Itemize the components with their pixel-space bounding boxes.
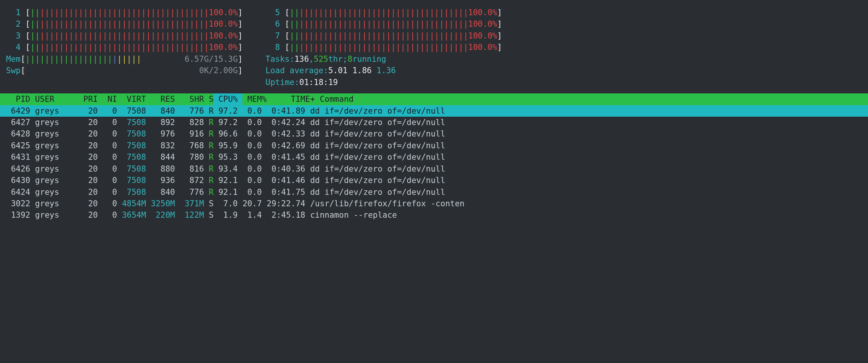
cell-res: 832 [146, 140, 175, 151]
col-time[interactable]: TIME+ [271, 93, 315, 105]
cell-user: greys [30, 128, 78, 140]
cpu-meter-6: 6[|||||||||||||||||||||||||||||||||||||1… [266, 18, 502, 30]
cell-cmd: dd if=/dev/zero of=/dev/null [305, 175, 862, 186]
cell-user: greys [30, 151, 78, 163]
cell-virt: 7508 [117, 105, 146, 117]
process-row[interactable]: 6429greys2007508840776R97.20.00:41.89dd … [0, 105, 868, 117]
col-cmd[interactable]: Command [315, 93, 862, 105]
cpu-bar-green: || [30, 7, 40, 18]
bracket-open-icon: [ [26, 7, 31, 18]
cpu-bar-red: ||||||||||||||||||||||||||||||||||| [299, 7, 468, 18]
cell-cmd: dd if=/dev/zero of=/dev/null [305, 186, 862, 198]
cell-mem: 0.0 [238, 151, 262, 163]
process-row[interactable]: 6428greys2007508976916R96.60.00:42.33dd … [0, 128, 868, 140]
cpu-bar-green: || [30, 18, 40, 30]
cell-mem: 1.4 [238, 209, 262, 221]
cpu-label: 6 [266, 18, 285, 30]
bracket-open-icon: [ [21, 65, 26, 76]
cell-user: greys [30, 209, 78, 221]
process-row[interactable]: 6425greys2007508832768R95.90.00:42.69dd … [0, 140, 868, 151]
cell-res: 844 [146, 151, 175, 163]
col-user[interactable]: USER [30, 93, 78, 105]
cell-shr: 872 [175, 175, 204, 186]
uptime-label: Uptime: [266, 77, 300, 88]
process-row[interactable]: 3022greys2004854M3250M371MS7.020.729:22.… [0, 198, 868, 209]
cell-virt: 7508 [117, 151, 146, 163]
cell-pri: 20 [79, 163, 98, 175]
tasks-count: 136 [294, 53, 309, 65]
cell-shr: 916 [175, 128, 204, 140]
cell-state: R [204, 105, 213, 117]
cell-user: greys [30, 117, 78, 128]
process-row[interactable]: 1392greys2003654M220M122MS1.91.42:45.18c… [0, 209, 868, 221]
cell-cmd: dd if=/dev/zero of=/dev/null [305, 117, 862, 128]
col-shr[interactable]: SHR [175, 93, 204, 105]
bracket-close-icon: ] [238, 42, 243, 53]
swp-text: 0K/2.00G [26, 65, 238, 76]
mem-bar-blue: | [112, 53, 117, 65]
col-cpu[interactable]: CPU% [214, 93, 243, 105]
cell-ni: 0 [98, 151, 117, 163]
col-pri[interactable]: PRI [79, 93, 98, 105]
cell-state: R [204, 151, 213, 163]
load-2: 1.86 [352, 65, 372, 76]
cell-res: 892 [146, 117, 175, 128]
cpu-bar-red: ||||||||||||||||||||||||||||||||||| [40, 30, 209, 42]
tasks-sep: , [309, 53, 314, 65]
meters-left-column: 1[|||||||||||||||||||||||||||||||||||||1… [6, 7, 243, 88]
cpu-bar-green: || [290, 42, 299, 53]
col-mem[interactable]: MEM% [242, 93, 271, 105]
cell-ni: 0 [98, 128, 117, 140]
cpu-label: 7 [266, 30, 285, 42]
cell-user: greys [30, 105, 78, 117]
cell-cpu: 7.0 [214, 198, 238, 209]
process-row[interactable]: 6426greys2007508880816R93.40.00:40.36dd … [0, 163, 868, 175]
cell-pri: 20 [79, 209, 98, 221]
bracket-open-icon: [ [285, 30, 290, 42]
cell-time: 29:22.74 [262, 198, 305, 209]
load-line: Load average: 5.01 1.86 1.36 [266, 65, 502, 76]
cell-user: greys [30, 198, 78, 209]
col-pid[interactable]: PID [6, 93, 30, 105]
col-virt[interactable]: VIRT [117, 93, 146, 105]
uptime-value: 01:18:19 [299, 77, 338, 88]
cpu-meter-1: 1[|||||||||||||||||||||||||||||||||||||1… [6, 7, 243, 18]
swp-label: Swp [6, 65, 21, 76]
cell-pid: 1392 [6, 209, 30, 221]
meters-area: 1[|||||||||||||||||||||||||||||||||||||1… [6, 7, 862, 88]
cell-shr: 780 [175, 151, 204, 163]
cpu-label: 5 [266, 7, 285, 18]
cell-pri: 20 [79, 151, 98, 163]
cell-pid: 6427 [6, 117, 30, 128]
cell-state: R [204, 128, 213, 140]
cpu-percent: 100.0% [209, 18, 238, 30]
cpu-percent: 100.0% [468, 42, 497, 53]
col-res[interactable]: RES [146, 93, 175, 105]
process-row[interactable]: 6430greys2007508936872R92.10.00:41.46dd … [0, 175, 868, 186]
cell-cmd: dd if=/dev/zero of=/dev/null [305, 163, 862, 175]
cpu-label: 3 [6, 30, 26, 42]
process-table-body[interactable]: 6429greys2007508840776R97.20.00:41.89dd … [0, 105, 868, 221]
load-1: 5.01 [328, 65, 348, 76]
cell-res: 840 [146, 186, 175, 198]
cell-time: 0:42.24 [262, 117, 305, 128]
cpu-bar-red: ||||||||||||||||||||||||||||||||||| [40, 7, 209, 18]
process-row[interactable]: 6424greys2007508840776R92.10.00:41.75dd … [0, 186, 868, 198]
cell-ni: 0 [98, 140, 117, 151]
bracket-close-icon: ] [238, 7, 243, 18]
cell-state: R [204, 117, 213, 128]
cell-state: R [204, 140, 213, 151]
process-row[interactable]: 6427greys2007508892828R97.20.00:42.24dd … [0, 117, 868, 128]
col-ni[interactable]: NI [98, 93, 117, 105]
process-row[interactable]: 6431greys2007508844780R95.30.00:41.45dd … [0, 151, 868, 163]
swp-meter: Swp [ 0K/2.00G ] [6, 65, 243, 76]
col-s[interactable]: S [204, 93, 213, 105]
cell-ni: 0 [98, 198, 117, 209]
cpu-bar-red: ||||||||||||||||||||||||||||||||||| [299, 30, 468, 42]
cell-mem: 0.0 [238, 105, 262, 117]
cell-ni: 0 [98, 117, 117, 128]
cell-pid: 6428 [6, 128, 30, 140]
cell-virt: 7508 [117, 186, 146, 198]
cpu-percent: 100.0% [468, 18, 497, 30]
process-table-header[interactable]: PID USER PRI NI VIRT RES SHR S CPU% MEM%… [0, 93, 868, 105]
